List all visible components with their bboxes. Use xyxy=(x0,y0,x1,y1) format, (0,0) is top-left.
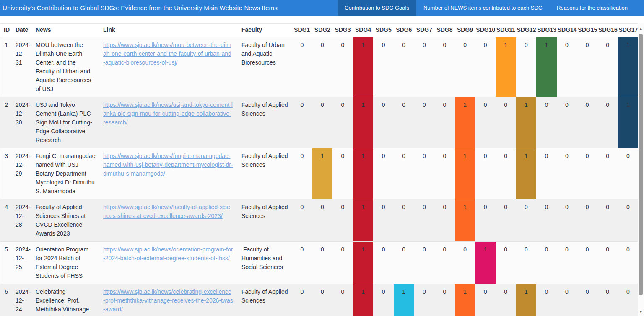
cell-sdg6: 0 xyxy=(394,97,414,148)
news-link[interactable]: https://www.sjp.ac.lk/news/mou-between-t… xyxy=(103,41,231,66)
cell-news: MOU between the Dilmah One Earth Center,… xyxy=(32,37,100,97)
column-header-sdg17[interactable]: SDG17 xyxy=(618,24,639,37)
cell-date: 2024-12-31 xyxy=(12,37,32,97)
cell-sdg16: 0 xyxy=(597,242,618,284)
cell-faculty: Faculty of Applied Sciences xyxy=(238,148,292,199)
cell-sdg9: 0 xyxy=(455,242,475,284)
tab-number-of-news-items[interactable]: Number of NEWS items contributed to each… xyxy=(416,0,550,16)
column-header-sdg10[interactable]: SDG10 xyxy=(475,24,496,37)
cell-sdg4: 1 xyxy=(353,284,374,316)
cell-sdg7: 0 xyxy=(414,148,435,199)
cell-sdg6: 0 xyxy=(394,199,414,242)
cell-date: 2024-12-25 xyxy=(12,242,32,284)
column-header-sdg7[interactable]: SDG7 xyxy=(414,24,435,37)
cell-sdg4: 1 xyxy=(353,242,374,284)
cell-sdg2: 0 xyxy=(312,37,333,97)
cell-sdg6: 0 xyxy=(394,242,414,284)
sdg-table: IDDateNewsLinkFacultySDG1SDG2SDG3SDG4SDG… xyxy=(0,24,638,316)
cell-sdg6: 0 xyxy=(394,37,414,97)
cell-sdg13: 0 xyxy=(536,284,557,316)
cell-sdg13: 1 xyxy=(536,37,557,97)
column-header-id[interactable]: ID xyxy=(0,24,12,37)
cell-id: 3 xyxy=(0,148,12,199)
column-header-sdg12[interactable]: SDG12 xyxy=(516,24,537,37)
cell-sdg9: 0 xyxy=(455,37,475,97)
column-header-sdg6[interactable]: SDG6 xyxy=(394,24,414,37)
news-link[interactable]: https://www.sjp.ac.lk/news/orientation-p… xyxy=(103,246,233,262)
cell-sdg1: 0 xyxy=(292,97,312,148)
cell-sdg9: 1 xyxy=(455,148,475,199)
cell-sdg15: 0 xyxy=(577,242,597,284)
tab-reasons-for-classification[interactable]: Reasons for the classification xyxy=(550,0,635,16)
column-header-sdg3[interactable]: SDG3 xyxy=(332,24,353,37)
cell-sdg7: 0 xyxy=(414,242,435,284)
cell-news: Orientation Program for 2024 Batch of Ex… xyxy=(32,242,100,284)
cell-sdg1: 0 xyxy=(292,284,312,316)
column-header-sdg13[interactable]: SDG13 xyxy=(536,24,557,37)
cell-sdg10: 1 xyxy=(475,242,496,284)
scrollbar-thumb[interactable] xyxy=(639,34,643,295)
table-row: 32024-12-29Fungi C. manamgodae named wit… xyxy=(0,148,638,199)
cell-sdg17: 1 xyxy=(618,97,639,148)
cell-sdg15: 0 xyxy=(577,199,597,242)
cell-sdg8: 0 xyxy=(434,37,455,97)
column-header-sdg4[interactable]: SDG4 xyxy=(353,24,374,37)
cell-sdg10: 0 xyxy=(475,37,496,97)
cell-id: 2 xyxy=(0,97,12,148)
cell-link: https://www.sjp.ac.lk/news/fungi-c-manam… xyxy=(100,148,238,199)
cell-sdg14: 0 xyxy=(557,199,577,242)
cell-id: 5 xyxy=(0,242,12,284)
scroll-down-icon[interactable]: ▼ xyxy=(638,310,644,314)
cell-sdg15: 0 xyxy=(577,37,597,97)
news-link[interactable]: https://www.sjp.ac.lk/news/celebrating-e… xyxy=(103,288,233,313)
cell-sdg4: 1 xyxy=(353,37,374,97)
column-header-sdg15[interactable]: SDG15 xyxy=(577,24,597,37)
cell-id: 4 xyxy=(0,199,12,242)
column-header-sdg1[interactable]: SDG1 xyxy=(292,24,312,37)
cell-sdg17: 0 xyxy=(618,242,639,284)
cell-sdg11: 1 xyxy=(496,37,516,97)
column-header-sdg5[interactable]: SDG5 xyxy=(373,24,394,37)
cell-sdg8: 0 xyxy=(434,97,455,148)
cell-sdg16: 0 xyxy=(597,37,618,97)
cell-sdg17: 0 xyxy=(618,199,639,242)
column-header-sdg11[interactable]: SDG11 xyxy=(496,24,516,37)
column-header-sdg9[interactable]: SDG9 xyxy=(455,24,475,37)
news-link[interactable]: https://www.sjp.ac.lk/news/usj-and-tokyo… xyxy=(103,101,233,126)
column-header-link[interactable]: Link xyxy=(100,24,238,37)
cell-faculty: Faculty of Urban and Aquatic Bioresource… xyxy=(238,37,292,97)
cell-sdg14: 0 xyxy=(557,37,577,97)
column-header-sdg2[interactable]: SDG2 xyxy=(312,24,333,37)
tab-bar: Contribution to SDG Goals Number of NEWS… xyxy=(338,0,644,16)
cell-sdg10: 0 xyxy=(475,284,496,316)
cell-link: https://www.sjp.ac.lk/news/orientation-p… xyxy=(100,242,238,284)
column-header-news[interactable]: News xyxy=(32,24,100,37)
cell-sdg9: 1 xyxy=(455,199,475,242)
cell-sdg9: 1 xyxy=(455,97,475,148)
column-header-faculty[interactable]: Faculty xyxy=(238,24,292,37)
scroll-up-icon[interactable]: ▲ xyxy=(638,27,644,31)
sdg-table-container: IDDateNewsLinkFacultySDG1SDG2SDG3SDG4SDG… xyxy=(0,23,638,316)
cell-news: Fungi C. manamgodae named with USJ Botan… xyxy=(32,148,100,199)
cell-sdg3: 0 xyxy=(332,199,353,242)
cell-sdg5: 0 xyxy=(373,97,394,148)
news-link[interactable]: https://www.sjp.ac.lk/news/faculty-of-ap… xyxy=(103,204,230,219)
cell-sdg5: 0 xyxy=(373,242,394,284)
tab-contribution-to-sdg-goals[interactable]: Contribution to SDG Goals xyxy=(338,0,416,16)
column-header-date[interactable]: Date xyxy=(12,24,32,37)
cell-sdg13: 0 xyxy=(536,97,557,148)
cell-sdg12: 0 xyxy=(516,37,537,97)
cell-sdg11: 0 xyxy=(496,242,516,284)
cell-sdg6: 1 xyxy=(394,284,414,316)
cell-sdg13: 0 xyxy=(536,148,557,199)
column-header-sdg8[interactable]: SDG8 xyxy=(434,24,455,37)
news-link[interactable]: https://www.sjp.ac.lk/news/fungi-c-manam… xyxy=(103,153,233,177)
cell-sdg3: 0 xyxy=(332,284,353,316)
column-header-sdg14[interactable]: SDG14 xyxy=(557,24,577,37)
cell-sdg16: 0 xyxy=(597,148,618,199)
column-header-sdg16[interactable]: SDG16 xyxy=(597,24,618,37)
vertical-scrollbar[interactable]: ▲ ▼ xyxy=(638,23,644,316)
cell-sdg10: 0 xyxy=(475,97,496,148)
cell-sdg5: 0 xyxy=(373,284,394,316)
cell-sdg15: 0 xyxy=(577,148,597,199)
